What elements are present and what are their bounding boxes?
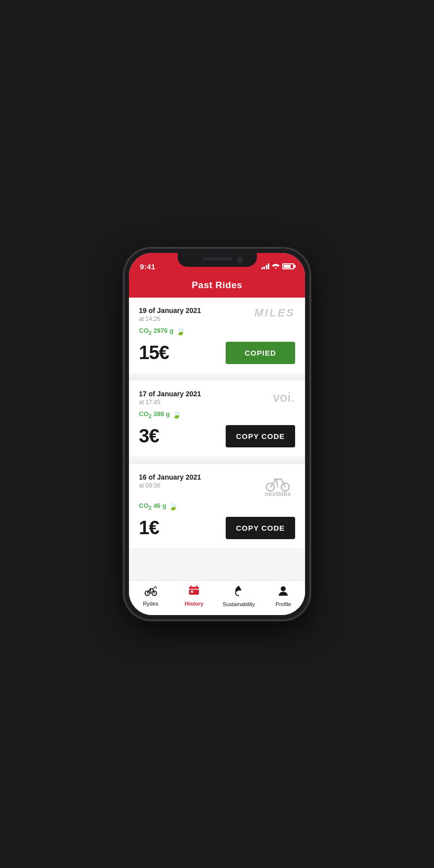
phone-screen: 9:41 [129, 253, 305, 615]
nav-label-history: History [185, 601, 203, 607]
battery-icon [282, 263, 294, 269]
leaf-icon-1: 🍃 [176, 326, 186, 336]
nav-item-history[interactable]: History [179, 585, 209, 607]
svg-rect-5 [189, 587, 199, 595]
leaf-icon-2: 🍃 [172, 410, 182, 419]
ride-card-top-1: 19 of January 2021 at 14:26 MILES [139, 307, 295, 322]
notch-speaker [202, 257, 232, 260]
phone-notch [178, 253, 257, 267]
app-header: Past Rides [129, 275, 305, 298]
nav-label-sustainability: Sustainability [223, 601, 255, 607]
copy-button-2[interactable]: COPY CODE [226, 425, 295, 447]
ride-card-top-3: 16 of January 2021 at 09:06 nextbike [139, 473, 295, 497]
ride-date-1: 19 of January 2021 [139, 307, 201, 314]
ride-date-block-1: 19 of January 2021 at 14:26 [139, 307, 201, 322]
content-area[interactable]: 19 of January 2021 at 14:26 MILES CO2 29… [129, 298, 305, 580]
profile-icon [278, 585, 289, 600]
ride-card-2: 17 of January 2021 at 17:45 voi. CO2 398… [129, 381, 305, 456]
copy-button-3[interactable]: COPY CODE [226, 517, 295, 539]
sustainability-icon [233, 585, 245, 600]
notch-camera [237, 257, 243, 263]
co2-label-1: CO2 2976 g [139, 327, 174, 336]
ride-price-3: 1€ [139, 517, 159, 539]
co2-label-2: CO2 398 g [139, 410, 170, 419]
ride-date-2: 17 of January 2021 [139, 390, 201, 398]
phone-frame: 9:41 [124, 248, 310, 620]
page-title: Past Rides [191, 280, 242, 290]
ride-bottom-2: 3€ COPY CODE [139, 425, 295, 447]
history-icon [188, 585, 200, 599]
ride-bottom-3: 1€ COPY CODE [139, 517, 295, 539]
ride-brand-1: MILES [254, 307, 295, 319]
nav-label-profile: Profile [276, 601, 291, 607]
ride-card-top-2: 17 of January 2021 at 17:45 voi. [139, 390, 295, 406]
co2-row-3: CO2 46 g 🍃 [139, 501, 295, 511]
divider-2 [129, 460, 305, 464]
nextbike-label: nextbike [265, 490, 291, 497]
rydes-icon [144, 585, 157, 599]
bottom-nav: Rydes History [129, 580, 305, 615]
leaf-icon-3: 🍃 [168, 501, 178, 511]
ride-price-2: 3€ [139, 426, 159, 447]
ride-time-1: at 14:26 [139, 315, 201, 322]
svg-point-7 [281, 586, 286, 591]
copied-button-1[interactable]: COPIED [226, 342, 295, 364]
wifi-icon [272, 262, 280, 270]
ride-brand-3: nextbike [260, 473, 295, 497]
divider-1 [129, 377, 305, 381]
signal-icon [261, 263, 270, 269]
ride-date-block-3: 16 of January 2021 at 09:06 [139, 473, 201, 489]
status-icons [261, 262, 295, 270]
co2-row-2: CO2 398 g 🍃 [139, 410, 295, 419]
nav-label-rydes: Rydes [143, 601, 158, 607]
status-time: 9:41 [140, 262, 155, 271]
ride-brand-2: voi. [273, 390, 295, 405]
co2-row-1: CO2 2976 g 🍃 [139, 326, 295, 336]
nav-item-sustainability[interactable]: Sustainability [223, 585, 255, 607]
ride-date-block-2: 17 of January 2021 at 17:45 [139, 390, 201, 406]
co2-label-3: CO2 46 g [139, 502, 166, 511]
ride-price-1: 15€ [139, 342, 169, 364]
ride-card-3: 16 of January 2021 at 09:06 nextbike [129, 464, 305, 548]
ride-time-2: at 17:45 [139, 399, 201, 406]
svg-rect-6 [191, 591, 193, 593]
ride-time-3: at 09:06 [139, 482, 201, 489]
ride-card-1: 19 of January 2021 at 14:26 MILES CO2 29… [129, 298, 305, 373]
svg-point-4 [153, 587, 155, 589]
ride-date-3: 16 of January 2021 [139, 473, 201, 481]
nav-item-profile[interactable]: Profile [268, 585, 298, 607]
nav-item-rydes[interactable]: Rydes [136, 585, 166, 607]
ride-bottom-1: 15€ COPIED [139, 342, 295, 364]
